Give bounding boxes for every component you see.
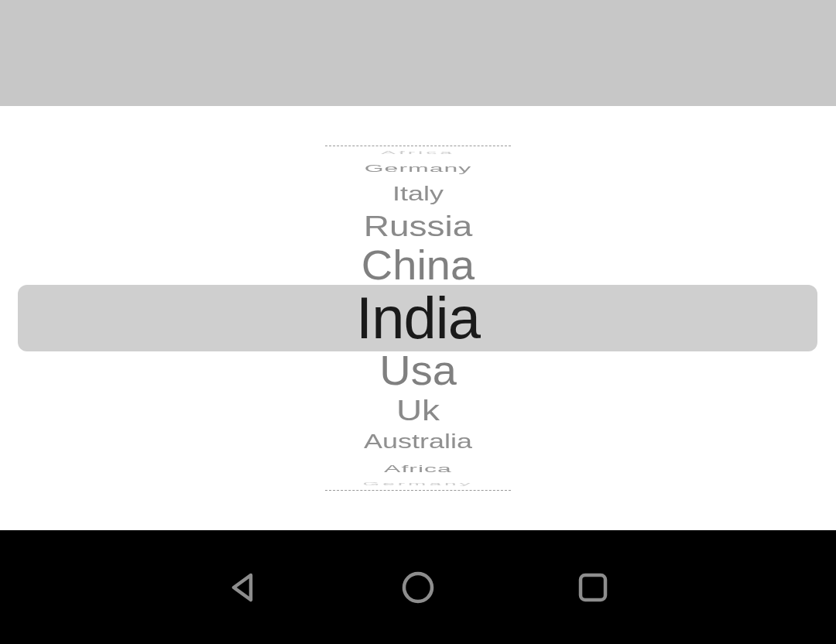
circle-icon: [399, 569, 437, 606]
picker-item[interactable]: Germany: [362, 481, 473, 485]
back-icon: [226, 570, 260, 605]
picker-item[interactable]: Uk: [396, 396, 440, 425]
picker-item[interactable]: Australia: [364, 432, 472, 451]
picker-item[interactable]: Italy: [392, 184, 444, 204]
picker-top-rule: [325, 146, 511, 146]
picker-bottom-rule: [325, 490, 511, 491]
svg-point-0: [404, 574, 432, 601]
picker-item[interactable]: Africa: [381, 150, 455, 154]
picker-container[interactable]: Africa Germany Italy Russia China India …: [0, 106, 836, 530]
android-nav-bar: [0, 530, 836, 644]
picker-item[interactable]: Germany: [365, 163, 472, 173]
home-button[interactable]: [396, 566, 440, 609]
picker-item[interactable]: China: [361, 245, 475, 286]
recent-apps-button[interactable]: [571, 566, 615, 609]
picker-wheel[interactable]: Africa Germany Italy Russia China India …: [0, 146, 836, 491]
picker-item[interactable]: Usa: [379, 350, 457, 391]
picker-item[interactable]: Africa: [384, 463, 452, 473]
status-bar: [0, 0, 836, 106]
square-icon: [576, 570, 610, 605]
picker-item[interactable]: Russia: [364, 211, 473, 241]
svg-rect-1: [581, 575, 605, 600]
picker-item-selected[interactable]: India: [356, 287, 480, 349]
back-button[interactable]: [221, 566, 265, 609]
